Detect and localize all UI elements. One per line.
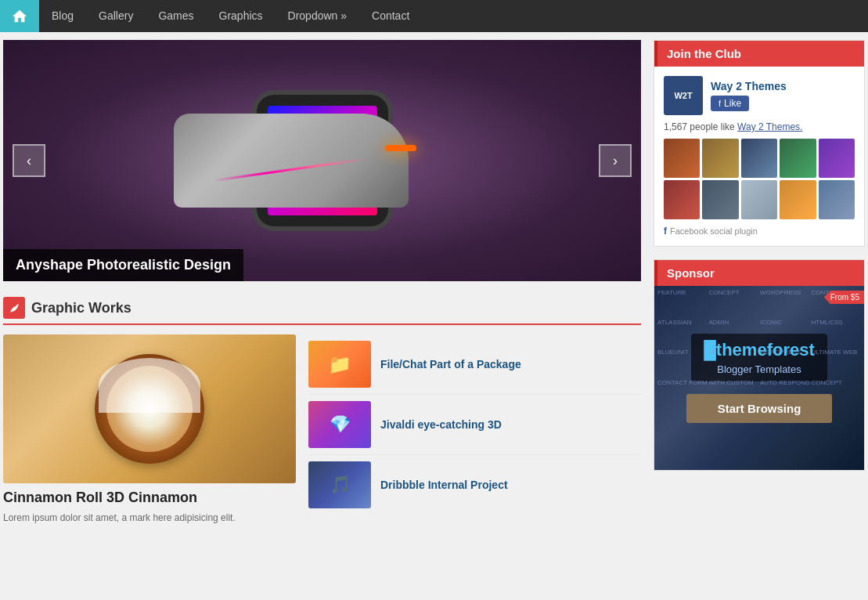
nav-games[interactable]: Games [146,0,206,32]
sponsor-bg-decoration: FEATURE CONCEPT WORDPRESS CONTACT FORM A… [654,286,864,470]
home-icon [11,8,28,25]
slider-image [174,67,471,255]
fb-photo [780,180,816,219]
sidebar: Join the Club W2T Way 2 Themes f Like [654,40,865,525]
fb-photo [819,180,855,219]
post-link-2[interactable]: Jivaldi eye-catching 3D [380,418,502,431]
nav-blog[interactable]: Blog [39,0,86,32]
post-link-1[interactable]: File/Chat Part of a Package [380,358,521,370]
nav-gallery[interactable]: Gallery [86,0,146,32]
fb-page-header: W2T Way 2 Themes f Like [664,76,855,115]
home-button[interactable] [0,0,39,32]
fb-photo [702,139,738,178]
fb-photos-grid [664,139,855,219]
cinnamon-roll-image [95,354,204,464]
fb-photo [664,180,700,219]
list-item: 💎 Jivaldi eye-catching 3D [308,395,641,455]
sponsor-header: Sponsor [654,260,864,286]
graphic-works-section: Graphic Works Cinnamon Roll 3D Cinnamon … [3,297,641,525]
fb-like-button[interactable]: f Like [711,96,749,111]
nav-dropdown[interactable]: Dropdown » [276,0,360,32]
fb-photo [702,180,738,219]
featured-post-title: Cinnamon Roll 3D Cinnamon [3,490,296,506]
post-thumbnail-3: 🎵 [308,461,371,508]
fb-photo [741,180,777,219]
post-thumbnail-1: 📁 [308,341,371,388]
fb-icon: f [719,99,721,108]
navigation: Blog Gallery Games Graphics Dropdown » C… [0,0,868,32]
sponsor-banner: FEATURE CONCEPT WORDPRESS CONTACT FORM A… [654,286,864,470]
hero-slider: ‹ › Anyshape Photorealistic Design [3,40,641,281]
post-list: 📁 File/Chat Part of a Package 💎 Jivaldi … [308,334,641,525]
fb-like-link[interactable]: Way 2 Themes. [737,121,802,132]
fb-social-plugin-label: f Facebook social plugin [664,226,855,237]
join-club-header: Join the Club [654,41,864,67]
sponsor-widget: Sponsor FEATURE CONCEPT WORDPRESS CONTAC… [654,259,865,471]
list-item: 🎵 Dribbble Internal Project [308,455,641,515]
fb-photo [819,139,855,178]
section-title: Graphic Works [31,300,131,316]
leaf-icon [9,302,20,313]
join-club-widget: Join the Club W2T Way 2 Themes f Like [654,40,865,247]
fb-page-name: Way 2 Themes [711,80,787,92]
slider-next-button[interactable]: › [599,144,632,177]
featured-post-excerpt: Lorem ipsum dolor sit amet, a mark here … [3,511,296,525]
fb-avatar: W2T [664,76,703,115]
post-link-3[interactable]: Dribbble Internal Project [380,479,508,491]
nav-contact[interactable]: Contact [359,0,422,32]
fb-photo [741,139,777,178]
fb-like-count: 1,567 people like Way 2 Themes. [664,121,855,132]
post-thumbnail-2: 💎 [308,401,371,448]
from-badge: From $5 [824,291,864,304]
fb-photo [664,139,700,178]
featured-thumbnail [3,334,296,483]
nav-graphics[interactable]: Graphics [207,0,276,32]
featured-post: Cinnamon Roll 3D Cinnamon Lorem ipsum do… [3,334,296,525]
slider-caption: Anyshape Photorealistic Design [3,249,243,281]
slider-prev-button[interactable]: ‹ [13,144,45,177]
list-item: 📁 File/Chat Part of a Package [308,334,641,395]
fb-photo [780,139,816,178]
section-header-icon [3,297,25,319]
main-content: ‹ › Anyshape Photorealistic Design Graph… [3,40,641,525]
